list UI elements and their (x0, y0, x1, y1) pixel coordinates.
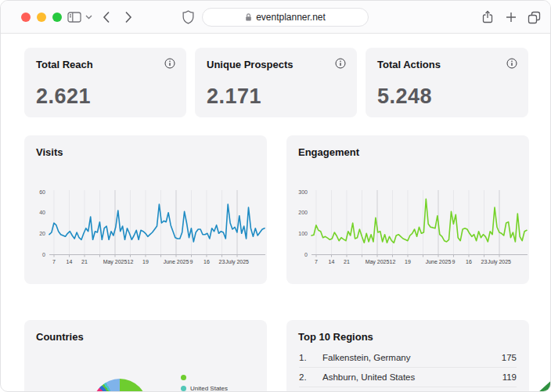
info-icon[interactable] (164, 58, 175, 69)
svg-text:0: 0 (304, 252, 308, 257)
lock-icon (245, 13, 252, 22)
svg-text:19: 19 (142, 259, 149, 264)
close-window-button[interactable] (21, 13, 31, 22)
browser-toolbar: eventplanner.net (1, 1, 550, 34)
browser-window: eventplanner.net Total Reach (0, 0, 551, 392)
stat-value: 2.171 (207, 85, 261, 109)
svg-text:60: 60 (39, 189, 45, 195)
legend-item (181, 372, 228, 383)
legend-label: United States (190, 385, 228, 392)
regions-list: 1. Falkenstein, Germany 175 2. Ashburn, … (299, 348, 517, 392)
stat-card-unique-prospects: Unique Prospects 2.171 (195, 48, 357, 117)
list-item: 1. Falkenstein, Germany 175 (299, 348, 517, 368)
region-rank: 1. (299, 353, 322, 362)
svg-text:0: 0 (42, 252, 45, 257)
svg-text:June 2025: June 2025 (164, 259, 189, 264)
stat-label: Unique Prospects (207, 59, 294, 70)
sidebar-icon[interactable] (67, 11, 81, 23)
privacy-shield-icon[interactable] (182, 10, 194, 24)
zoom-window-button[interactable] (52, 13, 62, 22)
svg-text:300: 300 (298, 189, 308, 195)
engagement-line-chart: 71421May 20251219June 202591623July 2025… (286, 135, 529, 284)
svg-text:7: 7 (315, 259, 318, 264)
svg-text:16: 16 (203, 259, 210, 264)
visits-line-chart: 71421May 20251219June 202591623July 2025… (24, 135, 267, 284)
svg-text:21: 21 (344, 259, 350, 264)
region-name: Falkenstein, Germany (322, 353, 502, 362)
svg-text:14: 14 (329, 259, 335, 264)
top-regions-card: Top 10 Regions 1. Falkenstein, Germany 1… (286, 320, 529, 392)
stat-value: 2.621 (36, 85, 91, 109)
svg-text:12: 12 (128, 259, 134, 264)
svg-text:20: 20 (39, 231, 45, 236)
info-icon[interactable] (335, 58, 346, 69)
svg-text:July 2025: July 2025 (488, 259, 511, 265)
list-title: Top 10 Regions (298, 331, 373, 343)
svg-text:21: 21 (81, 259, 88, 264)
list-item: 2. Ashburn, United States 119 (299, 368, 517, 387)
chevron-down-icon[interactable] (85, 15, 92, 20)
region-value: 119 (502, 372, 517, 382)
svg-text:16: 16 (466, 259, 472, 264)
floating-widget-corner[interactable] (538, 381, 550, 391)
svg-text:July 2025: July 2025 (225, 259, 249, 265)
tab-overview-icon[interactable] (528, 11, 541, 24)
svg-text:200: 200 (298, 210, 308, 215)
legend-dot (181, 375, 186, 380)
svg-text:40: 40 (39, 210, 45, 215)
svg-text:9: 9 (452, 259, 456, 264)
minimize-window-button[interactable] (37, 13, 46, 22)
info-icon[interactable] (506, 58, 517, 69)
svg-text:12: 12 (390, 259, 396, 264)
stat-value: 5.248 (377, 85, 432, 109)
forward-button[interactable] (124, 11, 132, 23)
svg-text:9: 9 (190, 259, 193, 264)
list-item: 3. Oud-Turnhout, Belgium 83 (299, 387, 517, 392)
svg-text:7: 7 (52, 259, 56, 264)
svg-text:May 2025: May 2025 (366, 259, 390, 265)
svg-text:23: 23 (219, 259, 225, 264)
stat-card-total-reach: Total Reach 2.621 (24, 48, 186, 117)
svg-text:May 2025: May 2025 (103, 259, 128, 265)
countries-card: Countries United States Germany (24, 320, 267, 392)
svg-text:100: 100 (298, 231, 308, 236)
svg-text:19: 19 (405, 259, 411, 264)
address-bar[interactable]: eventplanner.net (202, 8, 369, 27)
region-rank: 2. (299, 372, 322, 382)
chart-title: Countries (36, 331, 84, 343)
url-text: eventplanner.net (256, 12, 326, 23)
legend-dot (181, 386, 186, 391)
stat-label: Total Actions (377, 59, 441, 70)
visits-chart-card: Visits 71421May 20251219June 202591623Ju… (24, 135, 267, 284)
countries-legend: United States Germany (181, 372, 228, 392)
engagement-chart-card: Engagement 71421May 20251219June 2025916… (286, 135, 529, 284)
region-name: Ashburn, United States (322, 372, 502, 382)
new-tab-icon[interactable] (506, 12, 517, 23)
share-icon[interactable] (481, 10, 494, 24)
legend-item: United States (181, 383, 228, 392)
svg-text:June 2025: June 2025 (426, 259, 452, 264)
stat-card-total-actions: Total Actions 5.248 (366, 48, 528, 117)
countries-pie (92, 379, 147, 392)
region-value: 175 (502, 353, 517, 362)
stat-label: Total Reach (36, 59, 93, 70)
svg-text:23: 23 (481, 259, 488, 264)
back-button[interactable] (103, 11, 110, 23)
svg-text:14: 14 (67, 259, 73, 264)
